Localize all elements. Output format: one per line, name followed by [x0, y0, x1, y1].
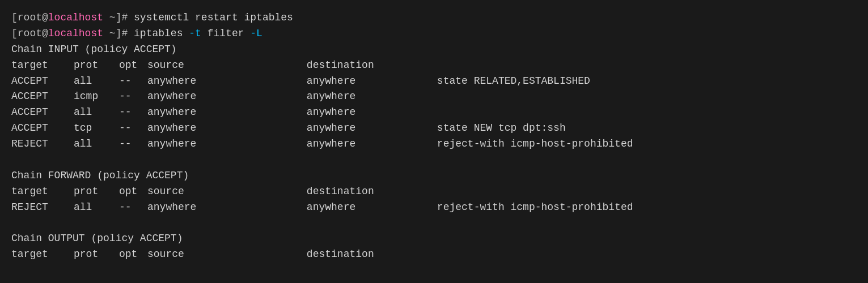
tr2-target: ACCEPT — [11, 89, 74, 105]
oth-source: source — [147, 247, 307, 263]
tr4-prot: tcp — [74, 121, 119, 136]
tr5-source: anywhere — [147, 136, 307, 152]
tr2-prot: icmp — [74, 89, 119, 105]
tr1-source: anywhere — [147, 74, 307, 89]
table-header-forward: target prot opt source destination — [11, 184, 857, 200]
fth-opt: opt — [119, 184, 147, 200]
tr3-prot: all — [74, 105, 119, 121]
chain-forward-text: Chain FORWARD (policy ACCEPT) — [11, 168, 189, 184]
tr4-options: state NEW tcp dpt:ssh — [437, 121, 566, 136]
table-row-accept-all-related: ACCEPT all -- anywhere anywhere state RE… — [11, 74, 857, 89]
th-target: target — [11, 58, 74, 74]
blank-line-2 — [11, 216, 857, 231]
chain-input-text: Chain INPUT (policy ACCEPT) — [11, 42, 177, 58]
fr1-options: reject-with icmp-host-prohibited — [437, 200, 633, 216]
th-prot: prot — [74, 58, 119, 74]
oth-prot: prot — [74, 247, 119, 263]
chain-input-header: Chain INPUT (policy ACCEPT) — [11, 42, 857, 58]
table-header-input: target prot opt source destination — [11, 58, 857, 74]
terminal: [root@localhost ~]# systemctl restart ip… — [11, 10, 857, 263]
tr5-opt: -- — [119, 136, 147, 152]
chain-output-header: Chain OUTPUT (policy ACCEPT) — [11, 231, 857, 247]
command-1: systemctl restart iptables — [134, 10, 293, 26]
fr1-dest: anywhere — [307, 200, 437, 216]
oth-dest: destination — [307, 247, 437, 263]
tr4-target: ACCEPT — [11, 121, 74, 136]
tr3-target: ACCEPT — [11, 105, 74, 121]
chain-forward-header: Chain FORWARD (policy ACCEPT) — [11, 168, 857, 184]
fth-prot: prot — [74, 184, 119, 200]
oth-target: target — [11, 247, 74, 263]
tr5-target: REJECT — [11, 136, 74, 152]
chain-output-text: Chain OUTPUT (policy ACCEPT) — [11, 231, 183, 247]
tr2-opt: -- — [119, 89, 147, 105]
tr5-prot: all — [74, 136, 119, 152]
command-line-1: [root@localhost ~]# systemctl restart ip… — [11, 10, 857, 26]
th-dest: destination — [307, 58, 437, 74]
tr5-options: reject-with icmp-host-prohibited — [437, 136, 633, 152]
fr1-opt: -- — [119, 200, 147, 216]
table-row-reject-forward: REJECT all -- anywhere anywhere reject-w… — [11, 200, 857, 216]
fth-target: target — [11, 184, 74, 200]
tr4-source: anywhere — [147, 121, 307, 136]
fth-source: source — [147, 184, 307, 200]
prompt-host-2: localhost — [48, 26, 103, 42]
prompt-bracket-1: [root@ — [11, 10, 48, 26]
table-row-accept-tcp-ssh: ACCEPT tcp -- anywhere anywhere state NE… — [11, 121, 857, 136]
command-2-flag1: -t — [189, 26, 201, 42]
oth-opt: opt — [119, 247, 147, 263]
fr1-target: REJECT — [11, 200, 74, 216]
fth-dest: destination — [307, 184, 437, 200]
command-2-text2: filter — [201, 26, 250, 42]
command-line-2: [root@localhost ~]# iptables -t filter -… — [11, 26, 857, 42]
tr1-dest: anywhere — [307, 74, 437, 89]
fr1-source: anywhere — [147, 200, 307, 216]
prompt-suffix-1: ~]# — [103, 10, 134, 26]
table-row-accept-icmp: ACCEPT icmp -- anywhere anywhere — [11, 89, 857, 105]
tr2-dest: anywhere — [307, 89, 437, 105]
tr1-target: ACCEPT — [11, 74, 74, 89]
table-row-reject-all-input: REJECT all -- anywhere anywhere reject-w… — [11, 136, 857, 152]
command-2-text: iptables — [134, 26, 189, 42]
th-source: source — [147, 58, 307, 74]
th-opt: opt — [119, 58, 147, 74]
fr1-prot: all — [74, 200, 119, 216]
tr4-opt: -- — [119, 121, 147, 136]
table-row-accept-all: ACCEPT all -- anywhere anywhere — [11, 105, 857, 121]
table-header-output: target prot opt source destination — [11, 247, 857, 263]
tr1-options: state RELATED,ESTABLISHED — [437, 74, 590, 89]
tr4-dest: anywhere — [307, 121, 437, 136]
tr3-source: anywhere — [147, 105, 307, 121]
tr2-source: anywhere — [147, 89, 307, 105]
command-2-flag2: -L — [250, 26, 262, 42]
tr3-dest: anywhere — [307, 105, 437, 121]
tr1-opt: -- — [119, 74, 147, 89]
prompt-host-1: localhost — [48, 10, 103, 26]
prompt-bracket-2: [root@ — [11, 26, 48, 42]
prompt-suffix-2: ~]# — [103, 26, 134, 42]
tr1-prot: all — [74, 74, 119, 89]
tr3-opt: -- — [119, 105, 147, 121]
tr5-dest: anywhere — [307, 136, 437, 152]
blank-line-1 — [11, 152, 857, 168]
